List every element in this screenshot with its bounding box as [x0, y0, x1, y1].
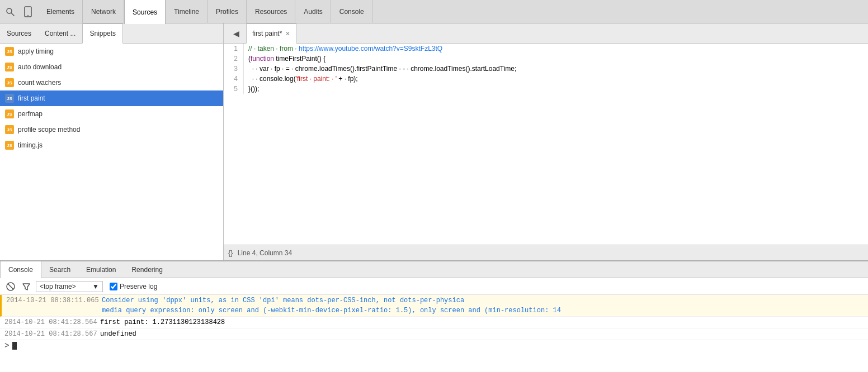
panel-snippets-btn[interactable]: Snippets	[82, 23, 123, 44]
code-line-1: 1 // · taken · from · https://www.youtub…	[224, 44, 868, 54]
tab-resources[interactable]: Resources	[247, 0, 295, 23]
svg-line-5	[8, 284, 13, 289]
console-row-undefined: 2014-10-21 08:41:28.567 undefined	[0, 328, 868, 340]
console-input-row[interactable]: >	[0, 340, 868, 351]
preserve-log-label: Preserve log	[110, 283, 157, 290]
filter-icon[interactable]	[20, 280, 32, 293]
js-file-icon: JS	[4, 125, 15, 135]
console-tab-console[interactable]: Console	[0, 261, 41, 278]
console-tab-rendering[interactable]: Rendering	[124, 261, 170, 278]
console-timestamp: 2014-10-21 08:41:28.564	[0, 317, 98, 327]
js-file-icon: JS	[4, 78, 15, 88]
file-tab-asterisk: *	[280, 30, 282, 37]
svg-line-1	[11, 13, 14, 16]
snippet-apply-timing[interactable]: JS apply timing	[0, 44, 223, 59]
format-icon[interactable]: {}	[228, 249, 233, 257]
line-number: 5	[224, 84, 244, 94]
snippet-label: apply timing	[18, 47, 54, 55]
line-content: · · console.log('first · paint: · ' + · …	[244, 74, 868, 84]
svg-point-3	[27, 15, 29, 16]
frame-label: <top frame>	[40, 283, 76, 290]
snippet-label: count wachers	[18, 79, 61, 87]
file-tab-label: first paint	[252, 30, 280, 37]
line-number: 3	[224, 64, 244, 74]
cursor-position: Line 4, Column 34	[238, 249, 292, 257]
console-message: first paint: 1.2731130123138428	[98, 317, 868, 327]
snippet-label: profile scope method	[18, 126, 80, 133]
snippet-first-paint[interactable]: JS first paint	[0, 90, 223, 106]
back-button[interactable]: ◀	[228, 26, 244, 41]
js-file-icon: JS	[4, 46, 15, 56]
snippet-auto-download[interactable]: JS auto download	[0, 59, 223, 75]
tab-timeline[interactable]: Timeline	[166, 0, 207, 23]
snippet-perfmap[interactable]: JS perfmap	[0, 106, 223, 122]
line-number: 2	[224, 54, 244, 64]
svg-marker-6	[23, 284, 30, 290]
console-tab-emulation[interactable]: Emulation	[78, 261, 124, 278]
js-file-icon: JS	[4, 140, 15, 150]
tab-audits[interactable]: Audits	[295, 0, 331, 23]
top-nav: Elements Network Sources Timeline Profil…	[0, 0, 868, 23]
tab-elements[interactable]: Elements	[38, 0, 83, 23]
console-timestamp: 2014-10-21 08:41:28.567	[0, 329, 98, 339]
line-content: (function timeFirstPaint() {	[244, 54, 868, 64]
console-tab-bar: Console Search Emulation Rendering	[0, 261, 868, 278]
console-prompt: >	[4, 341, 9, 350]
code-line-4: 4 · · console.log('first · paint: · ' + …	[224, 74, 868, 84]
panel-content-btn[interactable]: Content ...	[38, 23, 82, 44]
search-icon[interactable]	[2, 4, 18, 20]
panel-sources-btn[interactable]: Sources	[0, 23, 38, 44]
console-panel: Console Search Emulation Rendering <top …	[0, 260, 868, 372]
code-editor-panel: 1 // · taken · from · https://www.youtub…	[224, 44, 868, 260]
console-tab-search[interactable]: Search	[41, 261, 78, 278]
console-row-firstpaint: 2014-10-21 08:41:28.564 first paint: 1.2…	[0, 317, 868, 328]
console-message: undefined	[98, 329, 868, 339]
console-timestamp-cont	[2, 306, 100, 316]
mobile-icon[interactable]	[20, 4, 36, 20]
tab-profiles[interactable]: Profiles	[207, 0, 247, 23]
line-content: · · var · fp · = · chrome.loadTimes().fi…	[244, 64, 868, 74]
snippet-timing-js[interactable]: JS timing.js	[0, 137, 223, 153]
tab-console[interactable]: Console	[331, 0, 372, 23]
code-line-5: 5 }());	[224, 84, 868, 94]
tab-network[interactable]: Network	[83, 0, 124, 23]
frame-dropdown-arrow: ▼	[88, 283, 99, 290]
tab-sources[interactable]: Sources	[124, 0, 166, 24]
js-file-icon: JS	[4, 93, 15, 103]
status-bar: {} Line 4, Column 34	[224, 245, 868, 260]
console-output: 2014-10-21 08:38:11.065 Consider using '…	[0, 295, 868, 372]
js-file-icon: JS	[4, 62, 15, 72]
clear-console-icon[interactable]	[4, 280, 17, 293]
line-number: 1	[224, 44, 244, 54]
snippet-label: auto download	[18, 63, 62, 71]
preserve-log-text: Preserve log	[120, 283, 157, 290]
code-line-3: 3 · · var · fp · = · chrome.loadTimes().…	[224, 64, 868, 74]
snippets-panel: JS apply timing JS auto download JS coun…	[0, 44, 224, 260]
preserve-log-checkbox[interactable]	[110, 283, 117, 290]
snippet-label: perfmap	[18, 110, 43, 118]
file-tab-firstpaint[interactable]: first paint * ×	[246, 23, 296, 44]
js-file-icon: JS	[4, 109, 15, 119]
frame-selector[interactable]: <top frame> ▼	[36, 281, 103, 292]
second-toolbar: Sources Content ... Snippets ◀ first pai…	[0, 23, 868, 44]
code-area[interactable]: 1 // · taken · from · https://www.youtub…	[224, 44, 868, 245]
console-message: Consider using 'dppx' units, as in CSS '…	[100, 295, 868, 306]
file-tab-close-btn[interactable]: ×	[285, 30, 290, 37]
code-line-2: 2 (function timeFirstPaint() {	[224, 54, 868, 64]
line-number: 4	[224, 74, 244, 84]
console-toolbar: <top frame> ▼ Preserve log	[0, 278, 868, 295]
console-message-cont: media query expression: only screen and …	[100, 306, 868, 316]
main-area: JS apply timing JS auto download JS coun…	[0, 44, 868, 260]
line-content: // · taken · from · https://www.youtube.…	[244, 44, 868, 54]
snippet-label: first paint	[18, 94, 45, 102]
console-cursor	[12, 342, 17, 350]
snippet-label: timing.js	[18, 141, 43, 149]
console-timestamp: 2014-10-21 08:38:11.065	[2, 295, 100, 306]
console-row-warning: 2014-10-21 08:38:11.065 Consider using '…	[0, 295, 868, 317]
line-content: }());	[244, 84, 868, 94]
snippet-count-wachers[interactable]: JS count wachers	[0, 75, 223, 90]
snippet-profile-scope[interactable]: JS profile scope method	[0, 122, 223, 137]
